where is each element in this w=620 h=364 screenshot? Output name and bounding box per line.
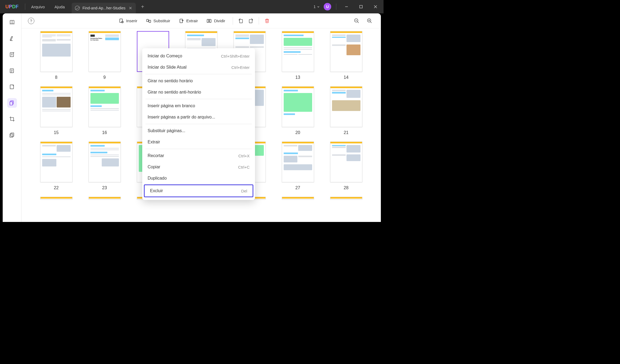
thumbnail-item[interactable] — [282, 197, 314, 199]
help-icon[interactable]: ? — [28, 18, 34, 24]
toolbar-substituir[interactable]: Substituir — [142, 16, 175, 26]
page-number: 9 — [103, 75, 106, 80]
sidebar-edit-icon[interactable] — [7, 50, 17, 60]
page-thumbnail[interactable] — [40, 142, 72, 182]
page-thumbnail[interactable] — [330, 31, 362, 72]
menu-divider — [145, 74, 252, 74]
context-menu: Iniciar do Começo Ctrl+Shift+Enter Inici… — [142, 48, 255, 200]
thumbnail-item[interactable]: 20 — [282, 86, 314, 135]
svg-rect-14 — [210, 19, 211, 23]
menu-label: Recortar — [148, 153, 164, 158]
user-avatar[interactable]: U — [324, 3, 331, 10]
menu-extrair[interactable]: Extrair — [142, 136, 255, 148]
page-thumbnail[interactable] — [282, 197, 314, 199]
menu-iniciar-slide[interactable]: Iniciar do Slide Atual Ctrl+Enter — [142, 62, 255, 73]
menu-inserir-arquivo[interactable]: Inserir páginas a partir do arquivo... — [142, 112, 255, 123]
thumbnail-item[interactable]: 8 — [40, 31, 72, 80]
sidebar-organize-icon[interactable] — [7, 98, 17, 108]
menu-substituir[interactable]: Substituir páginas... — [142, 125, 255, 136]
thumbnail-item[interactable]: 23 — [89, 142, 121, 190]
page-thumbnail[interactable] — [40, 86, 72, 127]
page-thumbnail[interactable] — [40, 197, 72, 199]
thumbnail-item[interactable] — [89, 197, 121, 199]
maximize-button[interactable] — [356, 1, 366, 12]
svg-rect-2 — [10, 69, 13, 73]
sidebar-highlight-icon[interactable] — [7, 34, 17, 43]
menu-excluir[interactable]: Excluir Del — [144, 184, 253, 197]
thumbnail-item[interactable]: 27 — [282, 142, 314, 190]
menu-arquivo[interactable]: Arquivo — [26, 5, 50, 9]
thumbnail-item[interactable]: Scholarship Rules - An Overview 9 — [89, 31, 121, 80]
delete-icon[interactable] — [262, 16, 272, 26]
menu-ajuda[interactable]: Ajuda — [50, 5, 70, 9]
page-number: 20 — [296, 130, 300, 135]
page-number: 22 — [54, 185, 59, 190]
menu-divider — [145, 99, 252, 99]
page-number: 14 — [344, 75, 349, 80]
zoom-out-icon[interactable] — [352, 16, 362, 26]
page-count-dropdown[interactable]: 1 — [313, 5, 320, 9]
thumbnail-item[interactable]: 14 — [330, 31, 362, 80]
menu-inserir-branco[interactable]: Inserir página em branco — [142, 100, 255, 112]
rotate-right-icon[interactable] — [246, 16, 256, 26]
thumbnail-item[interactable]: 28 — [330, 142, 362, 190]
svg-rect-15 — [240, 19, 243, 23]
svg-rect-1 — [10, 53, 13, 57]
menu-shortcut: Ctrl+X — [238, 154, 250, 158]
page-thumbnail[interactable] — [282, 142, 314, 182]
thumbnail-item[interactable]: 13 — [282, 31, 314, 80]
page-thumbnail[interactable] — [89, 86, 121, 127]
rotate-left-icon[interactable] — [236, 16, 246, 26]
thumbnail-item[interactable] — [330, 197, 362, 199]
menu-label: Iniciar do Começo — [148, 54, 182, 58]
thumbnail-item[interactable]: 16 — [89, 86, 121, 135]
page-thumbnail[interactable] — [89, 142, 121, 182]
page-thumbnail[interactable] — [40, 31, 72, 72]
page-thumbnail[interactable] — [330, 86, 362, 127]
toolbar-dividir[interactable]: Dividir — [202, 16, 229, 26]
menu-shortcut: Ctrl+Shift+Enter — [221, 54, 250, 58]
menu-copiar[interactable]: Copiar Ctrl+C — [142, 161, 255, 173]
page-thumbnail[interactable] — [330, 142, 362, 182]
menu-label: Excluir — [150, 188, 163, 193]
toolbar-substituir-label: Substituir — [154, 18, 170, 23]
toolbar-inserir[interactable]: Inserir — [114, 16, 142, 26]
menu-girar-horario[interactable]: Girar no sentido horário — [142, 75, 255, 87]
sidebar-text-icon[interactable] — [7, 66, 17, 76]
separator — [259, 17, 259, 25]
svg-rect-10 — [147, 19, 148, 21]
minimize-button[interactable] — [341, 1, 352, 12]
document-tab[interactable]: Find-and-Ap...her-Studies — [72, 3, 136, 13]
new-tab-button[interactable]: + — [141, 4, 144, 10]
sidebar-form-icon[interactable] — [7, 82, 17, 92]
app-logo: UPDF — [0, 4, 24, 10]
page-thumbnail[interactable] — [89, 197, 121, 199]
menu-label: Girar no sentido anti-horário — [148, 90, 201, 95]
page-thumbnail[interactable] — [330, 197, 362, 199]
close-button[interactable] — [370, 1, 381, 12]
thumbnail-item[interactable] — [40, 197, 72, 199]
sidebar-reader-icon[interactable] — [7, 18, 17, 27]
close-tab-icon[interactable] — [128, 6, 133, 10]
page-number: 13 — [296, 75, 300, 80]
page-toolbar: ? Inserir Substituir Extrair — [21, 13, 381, 28]
sidebar-crop-icon[interactable] — [7, 114, 17, 124]
menu-recortar[interactable]: Recortar Ctrl+X — [142, 150, 255, 161]
menu-girar-anti[interactable]: Girar no sentido anti-horário — [142, 87, 255, 98]
page-number: 21 — [344, 130, 349, 135]
page-thumbnail[interactable] — [282, 86, 314, 127]
thumbnail-item[interactable]: 22 — [40, 142, 72, 190]
page-thumbnail[interactable] — [282, 31, 314, 72]
page-indicator-value: 1 — [313, 5, 316, 9]
page-thumbnail[interactable]: Scholarship Rules - An Overview — [89, 31, 121, 72]
thumbnail-item[interactable]: 15 — [40, 86, 72, 135]
separator — [233, 17, 233, 25]
menu-divider — [145, 149, 252, 149]
svg-rect-11 — [149, 20, 151, 22]
zoom-in-icon[interactable] — [365, 16, 374, 26]
sidebar-duplicate-icon[interactable] — [7, 130, 17, 140]
thumbnail-item[interactable]: 21 — [330, 86, 362, 135]
menu-duplicado[interactable]: Duplicado — [142, 173, 255, 184]
toolbar-extrair[interactable]: Extrair — [174, 16, 202, 26]
menu-iniciar-comeco[interactable]: Iniciar do Começo Ctrl+Shift+Enter — [142, 50, 255, 62]
